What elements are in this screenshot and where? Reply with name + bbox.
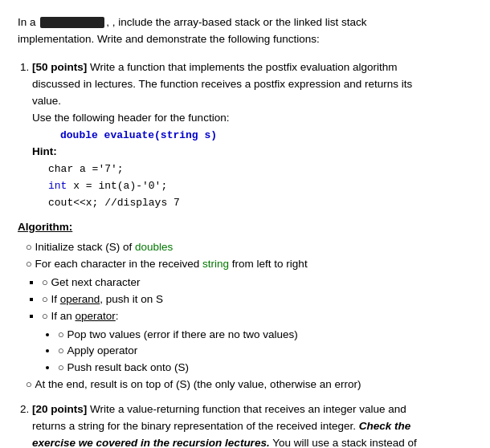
algo-sub-item1-text: Get next character bbox=[51, 276, 140, 288]
intro-text-pre: In a bbox=[18, 16, 36, 28]
algo-sub-sub-list: Pop two values (error if there are no tw… bbox=[58, 327, 472, 377]
question-1: [50 points] Write a function that implem… bbox=[32, 59, 472, 211]
q1-hint-label: Hint: bbox=[32, 145, 57, 157]
q1-code-line2-rest: x = int(a)-'0'; bbox=[67, 180, 167, 192]
algo-item-3: At the end, result is on top of (S) (the… bbox=[26, 377, 472, 393]
q2-text4-italic: exercise we covered in the recursion lec… bbox=[32, 437, 270, 448]
intro-text-post: , include the array-based stack or the l… bbox=[112, 16, 367, 28]
algo-sub-item-1: Get next character bbox=[42, 275, 472, 291]
algo-item-1: Initialize stack (S) of doubles bbox=[26, 239, 472, 256]
question-2: [20 points] Write a value-returning func… bbox=[32, 401, 472, 448]
algo-sub-sub-item-2: Apply operator bbox=[58, 343, 472, 360]
q2-text1: Write a value-returning function that re… bbox=[87, 403, 406, 415]
q2-text5: You will use a stack instead of bbox=[270, 437, 417, 448]
q1-code-block: char a ='7'; int x = int(a)-'0'; cout<<x… bbox=[48, 161, 472, 211]
questions-list-2: [20 points] Write a value-returning func… bbox=[32, 401, 472, 448]
algo-sub-item-3: If an operator: Pop two values (error if… bbox=[42, 308, 472, 377]
algo-sub-sub-item2-text: Apply operator bbox=[67, 344, 137, 356]
algo-operand-underline: operand bbox=[60, 293, 100, 305]
algo-sub-sub-item1-text: Pop two values (error if there are no tw… bbox=[67, 328, 297, 340]
algorithm-label: Algorithm: bbox=[18, 221, 72, 233]
algorithm-section: Algorithm: Initialize stack (S) of doubl… bbox=[18, 219, 472, 393]
q2-text3-italic: Check the bbox=[359, 420, 411, 432]
q1-code-line3: cout<<x; //displays 7 bbox=[48, 197, 180, 209]
questions-list: [50 points] Write a function that implem… bbox=[32, 59, 472, 211]
algo-item-2: For each character in the received strin… bbox=[26, 256, 472, 377]
algo-item3-text: At the end, result is on top of (S) (the… bbox=[35, 378, 361, 390]
q1-int-keyword: int bbox=[48, 180, 67, 192]
q1-use-header: Use the following header for the functio… bbox=[32, 112, 229, 124]
algorithm-list: Initialize stack (S) of doubles For each… bbox=[26, 239, 472, 393]
q1-code-line2: int x = int(a)-'0'; bbox=[48, 180, 167, 192]
redacted-block bbox=[40, 17, 104, 28]
algo-sub-sub-item3-text: Push result back onto (S) bbox=[67, 361, 189, 373]
algo-item1-colored: doubles bbox=[135, 241, 173, 253]
q1-label: [50 points] bbox=[32, 61, 87, 73]
algo-item2-pre: For each character in the received bbox=[35, 258, 202, 270]
q2-text2: returns a string for the binary represen… bbox=[32, 420, 356, 432]
intro-line2: implementation. Write and demonstrate th… bbox=[18, 33, 320, 45]
algo-item2-colored: string bbox=[202, 258, 229, 270]
algorithm-header: Algorithm: bbox=[18, 219, 472, 236]
algo-sub-sub-item-1: Pop two values (error if there are no tw… bbox=[58, 327, 472, 344]
q1-code-header: double evaluate(string s) bbox=[48, 127, 472, 144]
algo-operator-underline: operator bbox=[76, 310, 116, 322]
q1-text3: value. bbox=[32, 95, 61, 107]
q2-label: [20 points] bbox=[32, 403, 87, 415]
algo-sub-item-2: If operand, push it on S bbox=[42, 291, 472, 308]
algo-item2-post: from left to right bbox=[229, 258, 308, 270]
q1-code-line1: char a ='7'; bbox=[48, 163, 124, 175]
algo-sub-list: Get next character If operand, push it o… bbox=[42, 275, 472, 377]
q1-text2: discussed in lectures. The function rece… bbox=[32, 78, 412, 90]
algo-item1-pre: Initialize stack (S) of bbox=[35, 241, 135, 253]
q1-text1: Write a function that implements the pos… bbox=[87, 61, 397, 73]
q1-code-header-text: double evaluate(string s) bbox=[60, 129, 217, 141]
algo-sub-sub-item-3: Push result back onto (S) bbox=[58, 360, 472, 377]
intro-paragraph: In a , , include the array-based stack o… bbox=[18, 14, 472, 48]
